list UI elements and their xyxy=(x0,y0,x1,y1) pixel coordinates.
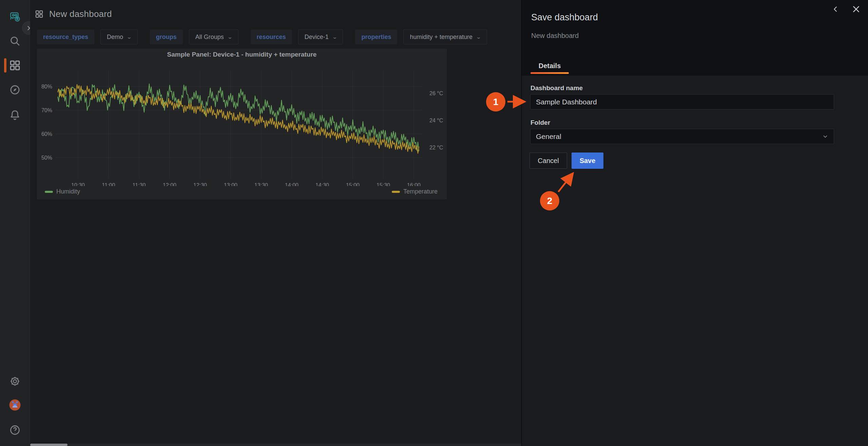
folder-selected-value: General xyxy=(536,133,561,141)
dashboard-name-input[interactable] xyxy=(530,94,834,109)
explore-compass-icon[interactable] xyxy=(8,83,21,96)
drawer-subtitle: New dashboard xyxy=(531,32,579,40)
chevron-down-icon: ⌄ xyxy=(127,34,132,40)
legend-label: Humidity xyxy=(56,188,80,195)
svg-text:22 °C: 22 °C xyxy=(429,145,443,150)
save-dashboard-drawer: Save dashboard New dashboard Details Das… xyxy=(521,0,868,446)
time-series-chart: 80%70%60%50%10:3011:0011:3012:0012:3013:… xyxy=(37,60,446,187)
drawer-close-button[interactable] xyxy=(850,3,862,15)
annotation-step-1: 1 xyxy=(486,92,505,112)
dashboards-icon[interactable] xyxy=(8,59,21,72)
svg-text:15:30: 15:30 xyxy=(377,182,390,186)
user-avatar[interactable] xyxy=(8,399,21,411)
svg-text:24 °C: 24 °C xyxy=(429,118,443,123)
cancel-button[interactable]: Cancel xyxy=(529,153,567,169)
svg-text:14:00: 14:00 xyxy=(285,182,298,186)
variable-value-dropdown[interactable]: Device-1⌄ xyxy=(298,29,343,44)
chevron-down-icon: ⌄ xyxy=(476,34,481,40)
svg-text:10:30: 10:30 xyxy=(71,182,85,186)
chevron-down-icon xyxy=(822,134,828,140)
help-icon[interactable] xyxy=(8,424,21,437)
alerting-bell-icon[interactable] xyxy=(8,108,21,121)
horizontal-scrollbar-thumb[interactable] xyxy=(30,444,67,446)
variable-value: humidity + temperature xyxy=(410,34,472,41)
variable-properties: properties humidity + temperature⌄ xyxy=(355,29,487,44)
variable-value: Demo xyxy=(107,34,123,41)
svg-text:50%: 50% xyxy=(41,155,52,161)
chart-panel: Sample Panel: Device-1 - humidity + temp… xyxy=(37,49,447,199)
save-button[interactable]: Save xyxy=(572,153,603,169)
search-icon[interactable] xyxy=(8,35,21,47)
dashboard-grid-icon xyxy=(35,9,44,19)
sidebar xyxy=(0,0,30,446)
svg-text:26 °C: 26 °C xyxy=(429,90,443,96)
tab-details[interactable]: Details xyxy=(531,62,569,70)
variable-value-dropdown[interactable]: humidity + temperature⌄ xyxy=(403,29,487,44)
template-variable-bar: resource_types Demo⌄ groups All Groups⌄ … xyxy=(37,29,487,44)
svg-text:15:00: 15:00 xyxy=(346,182,360,186)
chart-legend: Humidity Temperature xyxy=(37,187,446,199)
variable-label: resource_types xyxy=(37,29,94,44)
page-title: New dashboard xyxy=(49,9,112,19)
settings-gear-icon[interactable] xyxy=(8,375,21,388)
legend-label: Temperature xyxy=(403,188,438,195)
horizontal-scrollbar-track xyxy=(30,444,552,446)
active-tab-indicator xyxy=(531,72,569,74)
variable-value-dropdown[interactable]: Demo⌄ xyxy=(100,29,138,44)
svg-text:13:30: 13:30 xyxy=(254,182,268,186)
humidity-series-swatch xyxy=(45,191,53,193)
chevron-down-icon: ⌄ xyxy=(332,34,337,40)
svg-text:11:30: 11:30 xyxy=(133,182,146,186)
drawer-title: Save dashboard xyxy=(531,12,598,23)
drawer-controls xyxy=(830,3,862,15)
page-header: New dashboard xyxy=(35,9,112,19)
variable-value-dropdown[interactable]: All Groups⌄ xyxy=(189,29,238,44)
app-logo-icon[interactable] xyxy=(8,10,21,23)
svg-text:12:00: 12:00 xyxy=(163,182,176,186)
sidebar-active-indicator xyxy=(4,58,6,73)
chart-plot-area: 80%70%60%50%10:3011:0011:3012:0012:3013:… xyxy=(37,60,446,186)
variable-label: resources xyxy=(251,29,292,44)
svg-text:60%: 60% xyxy=(41,131,52,137)
svg-text:14:30: 14:30 xyxy=(315,182,329,186)
variable-resources: resources Device-1⌄ xyxy=(251,29,343,44)
drawer-back-button[interactable] xyxy=(830,3,842,15)
folder-label: Folder xyxy=(531,119,550,126)
annotation-step-2: 2 xyxy=(540,191,559,210)
svg-text:11:00: 11:00 xyxy=(102,182,115,186)
close-icon xyxy=(852,5,861,14)
svg-text:80%: 80% xyxy=(41,84,52,89)
main-content: New dashboard resource_types Demo⌄ group… xyxy=(30,0,521,446)
drawer-form: Dashboard name Folder General Cancel Sav… xyxy=(522,76,868,446)
svg-text:12:30: 12:30 xyxy=(193,182,207,186)
folder-select[interactable]: General xyxy=(530,129,834,144)
variable-groups: groups All Groups⌄ xyxy=(150,29,238,44)
variable-label: groups xyxy=(150,29,183,44)
svg-text:13:00: 13:00 xyxy=(224,182,237,186)
temperature-series-swatch xyxy=(392,191,400,193)
legend-item-humidity[interactable]: Humidity xyxy=(45,188,80,195)
application-window: New dashboard resource_types Demo⌄ group… xyxy=(0,0,868,446)
chevron-left-icon xyxy=(832,5,840,13)
variable-resource-types: resource_types Demo⌄ xyxy=(37,29,138,44)
panel-title[interactable]: Sample Panel: Device-1 - humidity + temp… xyxy=(37,49,446,60)
svg-text:70%: 70% xyxy=(41,107,52,113)
dashboard-name-label: Dashboard name xyxy=(531,84,583,92)
variable-value: All Groups xyxy=(195,34,224,41)
variable-label: properties xyxy=(355,29,397,44)
chevron-down-icon: ⌄ xyxy=(227,34,233,40)
svg-text:16:00: 16:00 xyxy=(407,182,421,186)
legend-item-temperature[interactable]: Temperature xyxy=(392,188,438,195)
variable-value: Device-1 xyxy=(305,34,329,41)
